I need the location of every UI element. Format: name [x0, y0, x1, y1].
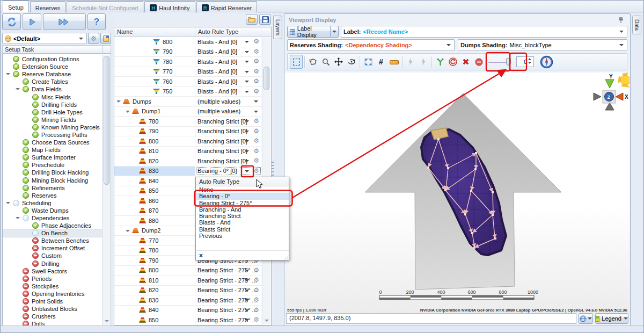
rule-cell[interactable]: Bearing Strict - 275° ... ⚙ [195, 306, 261, 315]
compass-button[interactable] [539, 55, 554, 69]
tree-item[interactable]: Phase Adjacencies [3, 222, 102, 229]
rule-settings-icon[interactable]: ⚙ [253, 307, 259, 313]
popup-item[interactable]: Blasts - And [196, 219, 289, 226]
tree-item[interactable]: Misc Fields [3, 93, 102, 100]
tree-item[interactable]: Mining Fields [3, 116, 102, 124]
rule-settings-icon[interactable]: ⚙ [253, 58, 259, 64]
preset-combo[interactable]: <Default> [2, 33, 87, 44]
rule-dropdown-arrow[interactable] [245, 319, 249, 321]
reset-dependencies-button[interactable] [447, 55, 459, 69]
window-tab[interactable]: R Rapid Reserver [196, 1, 257, 12]
popup-item[interactable]: Branching - And [196, 206, 289, 213]
rule-dropdown-arrow[interactable] [245, 131, 249, 133]
tree-item[interactable]: Point Solids [3, 298, 102, 305]
tree-item[interactable]: Create Tables [3, 78, 102, 85]
rect-select-button[interactable] [290, 55, 303, 69]
tree-item[interactable]: Choose Data Sources [3, 139, 102, 146]
rule-cell[interactable]: Bearing Strict - 275° ... ⚙ [195, 295, 261, 305]
name-cell[interactable]: 810 [114, 147, 195, 156]
tree-item[interactable]: Opening Inventories [3, 290, 102, 298]
opacity-slider[interactable] [488, 55, 512, 69]
popup-item[interactable]: Blasts Strict [196, 226, 289, 233]
pan-button[interactable] [332, 55, 345, 69]
zoom-button[interactable] [319, 55, 332, 69]
rule-settings-icon[interactable]: ⚙ [253, 157, 259, 164]
name-cell[interactable]: 780 [114, 117, 195, 126]
rule-settings-icon[interactable]: ⚙ [253, 68, 259, 75]
rule-settings-icon[interactable]: ⚙ [253, 38, 259, 45]
rule-cell[interactable]: Blasts - And [0] ⚙ [195, 37, 261, 47]
slider-thumb[interactable] [506, 58, 511, 66]
rule-dropdown-arrow[interactable] [245, 309, 249, 312]
table-row[interactable]: 750 Blasts - And [0] ⚙ [114, 87, 262, 97]
expand-arrow-icon[interactable] [6, 73, 10, 75]
window-tab[interactable]: Schedule Not Configured [67, 1, 143, 12]
column-header-rule[interactable]: Auto Rule Type [195, 27, 261, 37]
tree-item[interactable]: Custom [3, 252, 102, 259]
tree-item[interactable]: Extension Source [3, 63, 102, 70]
name-cell[interactable]: 780 [114, 57, 195, 67]
rule-settings-icon[interactable]: ⚙ [253, 128, 259, 134]
rule-dropdown-arrow[interactable] [245, 170, 249, 172]
name-cell[interactable]: 800 [114, 136, 195, 146]
expand-arrow-icon[interactable] [16, 88, 20, 90]
name-cell[interactable]: 780 [114, 246, 195, 256]
rule-dropdown-arrow[interactable] [245, 160, 249, 162]
rule-cell[interactable]: Blasts - And [0] ⚙ [195, 47, 261, 57]
table-row[interactable]: 790 Branching Strict [0] ⚙ [114, 127, 262, 137]
remove-button[interactable] [472, 55, 485, 69]
tree-item[interactable]: Increment Offset [3, 244, 102, 252]
name-cell[interactable]: 790 [114, 47, 195, 57]
table-row[interactable]: 780 Branching Strict [0] ⚙ [114, 117, 262, 127]
table-row[interactable]: 830 Bearing Strict - 275° ... ⚙ [114, 295, 262, 306]
rule-cell[interactable]: Bearing - 0° [0] ⚙ [195, 166, 261, 176]
rule-cell[interactable]: Bearing Strict - 275° ... ⚙ [195, 266, 261, 276]
rule-cell[interactable]: Branching Strict [0] ⚙ [195, 147, 261, 156]
expand-arrow-icon[interactable] [126, 230, 130, 232]
run-button[interactable] [23, 13, 41, 30]
preset-notes-button[interactable] [100, 33, 111, 44]
viewport-canvas[interactable]: Y X Z 0 200 400 600 800 1000 [285, 73, 630, 314]
fit-view-button[interactable] [362, 55, 375, 69]
tree-item[interactable]: Data Fields [3, 85, 102, 93]
name-cell[interactable]: 880 [114, 216, 195, 226]
popup-item[interactable]: Branching Strict [196, 213, 289, 219]
tree-item[interactable]: On Bench [3, 229, 102, 237]
table-row[interactable]: 810 Bearing Strict - 275° ... ⚙ [114, 276, 262, 286]
table-row[interactable]: 810 Branching Strict [0] ⚙ [114, 147, 262, 157]
tab-layers[interactable]: Layers [273, 16, 282, 39]
table-row[interactable]: Dump1 (multiple values) ⚙ [114, 107, 262, 117]
rule-cell[interactable]: Branching Strict [0] ⚙ [195, 117, 261, 126]
expand-arrow-icon[interactable] [6, 202, 10, 204]
rule-dropdown-arrow[interactable] [254, 111, 258, 113]
tree-item[interactable]: Waste Dumps [3, 207, 102, 214]
tree-scroll-down[interactable] [104, 318, 109, 324]
table-row[interactable]: Dumps (multiple values) ⚙ [114, 97, 262, 107]
rule-cell[interactable]: Branching Strict [0] ⚙ [195, 127, 261, 136]
rule-cell[interactable]: Bearing Strict - 275° ... ⚙ [195, 276, 261, 285]
rule-dropdown-arrow[interactable] [245, 71, 249, 73]
ruler-button[interactable] [387, 55, 400, 69]
rule-dropdown-arrow[interactable] [245, 120, 249, 122]
rule-dropdown-arrow[interactable] [245, 279, 249, 281]
tree-item[interactable]: Stockpiles [3, 283, 102, 290]
pin-icon[interactable] [618, 17, 624, 23]
rule-dropdown-arrow[interactable] [245, 41, 249, 43]
name-cell[interactable]: 800 [114, 266, 195, 276]
rule-dropdown-arrow[interactable] [245, 150, 249, 153]
tree-item[interactable]: Processing Paths [3, 131, 102, 139]
name-cell[interactable]: 850 [114, 315, 195, 325]
rule-dropdown-arrow[interactable] [245, 91, 249, 93]
name-cell[interactable]: 790 [114, 127, 195, 136]
table-row[interactable]: 800 Bearing Strict - 275° ... ⚙ [114, 266, 262, 276]
tree-item[interactable]: Unblasted Blocks [3, 305, 102, 313]
tree-item[interactable]: Configuration Options [3, 55, 102, 63]
table-scroll-thumb[interactable] [264, 67, 269, 90]
rule-cell[interactable]: Blasts - And [0] ⚙ [195, 77, 261, 86]
rule-cell[interactable]: Blasts - And [0] ⚙ [195, 67, 261, 77]
save-button[interactable] [259, 14, 271, 25]
tree-item[interactable]: Known Mining Parcels [3, 124, 102, 131]
table-row[interactable]: 820 Branching Strict [0] ⚙ [114, 156, 262, 166]
legend-button[interactable]: Legend [595, 313, 628, 324]
name-cell[interactable]: Dump2 [114, 226, 195, 236]
